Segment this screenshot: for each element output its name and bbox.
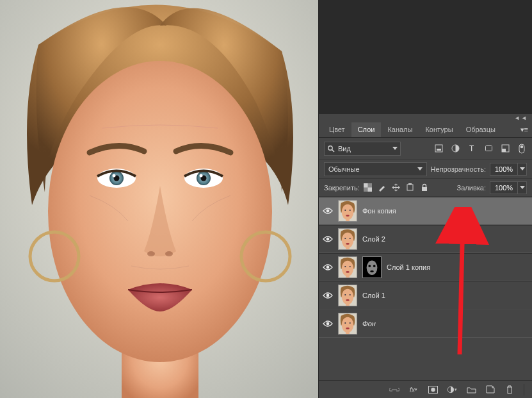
- svg-point-54: [367, 261, 378, 275]
- add-mask-icon[interactable]: [428, 385, 438, 395]
- visibility-toggle-icon[interactable]: [323, 262, 333, 272]
- tab-color[interactable]: Цвет: [323, 122, 351, 137]
- layer-thumbnail[interactable]: [338, 313, 357, 335]
- new-layer-icon[interactable]: [485, 385, 496, 395]
- filter-toggle-icon[interactable]: [517, 144, 527, 154]
- search-icon: [327, 145, 335, 153]
- svg-rect-28: [368, 188, 373, 192]
- layer-row[interactable]: Фон: [319, 310, 532, 338]
- blend-mode-select[interactable]: Обычные: [324, 162, 427, 176]
- layer-thumbnail[interactable]: [338, 256, 357, 278]
- layer-thumbnail[interactable]: [338, 285, 357, 306]
- fill-dropdown-button[interactable]: [518, 181, 527, 194]
- layer-name[interactable]: Фон: [362, 320, 376, 328]
- svg-rect-38: [346, 219, 350, 221]
- layer-row[interactable]: Фон копия: [319, 197, 532, 225]
- group-icon[interactable]: [466, 385, 476, 395]
- svg-point-32: [326, 210, 330, 213]
- panel-collapse-icon[interactable]: ◄◄: [514, 115, 528, 121]
- visibility-toggle-icon[interactable]: [323, 234, 333, 244]
- svg-point-44: [346, 243, 350, 245]
- svg-point-70: [346, 328, 350, 329]
- fx-icon[interactable]: fx▾: [408, 385, 419, 395]
- svg-text:T: T: [469, 144, 474, 153]
- svg-point-57: [370, 270, 374, 272]
- svg-point-49: [344, 266, 346, 267]
- svg-point-42: [344, 238, 346, 239]
- document-canvas[interactable]: [0, 0, 318, 398]
- lock-artboard-icon[interactable]: [406, 183, 415, 192]
- visibility-toggle-icon[interactable]: [323, 290, 333, 301]
- layer-mask-thumbnail[interactable]: [362, 256, 382, 278]
- lock-label: Закрепить:: [324, 184, 360, 192]
- tab-swatches[interactable]: Образцы: [460, 122, 502, 137]
- filter-smart-icon[interactable]: [500, 144, 510, 154]
- svg-rect-17: [435, 145, 442, 152]
- svg-point-50: [350, 266, 351, 267]
- svg-point-62: [350, 294, 351, 295]
- svg-point-14: [165, 251, 173, 256]
- svg-point-61: [344, 294, 346, 295]
- layer-row[interactable]: Слой 1: [319, 281, 532, 310]
- filter-adjustment-icon[interactable]: [450, 144, 460, 154]
- layer-name[interactable]: Фон копия: [362, 207, 396, 215]
- tab-channels[interactable]: Каналы: [381, 122, 419, 137]
- workspace-dark-area: [318, 0, 532, 114]
- svg-rect-30: [408, 183, 412, 185]
- layer-thumbnail[interactable]: [338, 228, 357, 250]
- panel-menu-icon[interactable]: ▾≡: [520, 126, 528, 134]
- svg-point-46: [326, 266, 330, 269]
- svg-rect-31: [422, 187, 427, 191]
- link-layers-icon[interactable]: [389, 385, 399, 395]
- fill-label: Заливка:: [457, 184, 486, 192]
- filter-shape-icon[interactable]: [483, 144, 494, 154]
- lock-position-icon[interactable]: [392, 183, 401, 192]
- svg-point-48: [342, 261, 354, 276]
- svg-point-39: [326, 238, 330, 241]
- svg-point-73: [431, 387, 435, 391]
- chevron-down-icon: [520, 186, 525, 189]
- svg-rect-45: [346, 247, 350, 249]
- svg-point-25: [520, 145, 524, 148]
- filter-kind-select[interactable]: Вид: [324, 142, 401, 156]
- svg-rect-52: [346, 275, 350, 278]
- svg-point-60: [342, 289, 354, 304]
- layer-name[interactable]: Слой 1 копия: [387, 263, 430, 271]
- svg-point-15: [328, 145, 332, 149]
- tab-paths[interactable]: Контуры: [419, 122, 459, 137]
- svg-point-55: [368, 265, 371, 267]
- layer-name[interactable]: Слой 2: [362, 235, 385, 243]
- lock-transparency-icon[interactable]: [364, 183, 373, 192]
- chevron-down-icon: [417, 167, 423, 170]
- filter-type-icon[interactable]: T: [467, 144, 477, 154]
- filter-pixel-icon[interactable]: [433, 144, 444, 154]
- visibility-toggle-icon[interactable]: [323, 206, 333, 216]
- trash-icon[interactable]: [504, 385, 515, 395]
- layer-thumbnail[interactable]: [338, 200, 357, 222]
- opacity-dropdown-button[interactable]: [518, 163, 527, 176]
- layers-list: Фон копия Слой 2 Слой 1 копия Слой 1: [319, 197, 532, 338]
- lock-all-icon[interactable]: [420, 183, 429, 192]
- svg-point-58: [326, 294, 330, 297]
- visibility-toggle-icon[interactable]: [323, 319, 333, 329]
- layer-name[interactable]: Слой 1: [362, 292, 385, 299]
- svg-line-16: [332, 149, 335, 152]
- adjustment-layer-icon[interactable]: ▾: [447, 385, 457, 395]
- lock-brush-icon[interactable]: [378, 183, 387, 192]
- opacity-label: Непрозрачность:: [431, 165, 486, 173]
- tab-layers[interactable]: Слои: [351, 122, 382, 137]
- svg-point-63: [346, 299, 350, 301]
- svg-point-41: [342, 233, 354, 248]
- svg-point-37: [346, 215, 350, 217]
- svg-point-36: [350, 210, 351, 211]
- svg-point-56: [373, 265, 376, 267]
- svg-point-34: [342, 204, 354, 220]
- svg-rect-71: [346, 331, 350, 334]
- layer-filter-row: Вид T: [319, 138, 532, 160]
- layer-row[interactable]: Слой 2: [319, 225, 532, 253]
- opacity-input[interactable]: [490, 163, 518, 176]
- fill-input[interactable]: [490, 181, 518, 194]
- filter-kind-label: Вид: [338, 145, 351, 153]
- layer-row[interactable]: Слой 1 копия: [319, 253, 532, 281]
- layers-footer: fx▾ ▾: [319, 380, 532, 398]
